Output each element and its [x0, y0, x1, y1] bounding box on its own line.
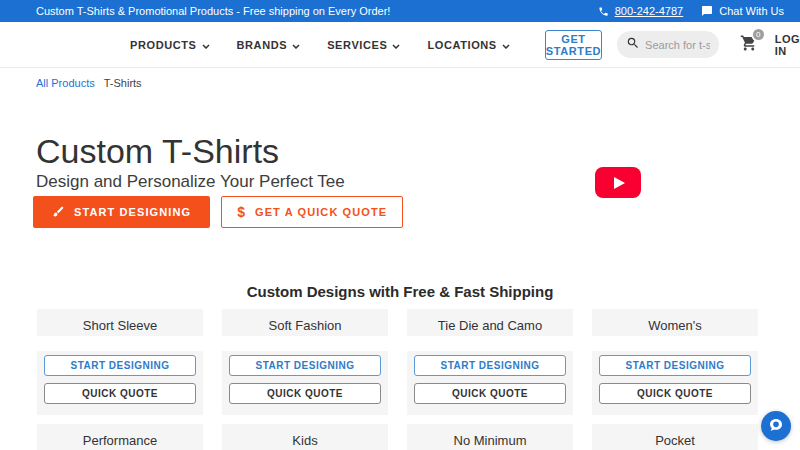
login-button[interactable]: LOG IN: [775, 33, 800, 57]
topbar: Custom T-Shirts & Promotional Products -…: [0, 0, 800, 22]
nav-item-label: BRANDS: [237, 39, 288, 51]
card-performance: Performance: [37, 424, 203, 450]
chevron-down-icon: [392, 39, 400, 51]
card-title: No Minimum: [407, 424, 573, 448]
card-short-sleeve: Short Sleeve START DESIGNING QUICK QUOTE: [37, 309, 203, 415]
card-image-strip: [407, 336, 573, 351]
nav-item-label: LOCATIONS: [427, 39, 496, 51]
hero-subtitle: Design and Personalize Your Perfect Tee: [36, 172, 345, 192]
video-play-button[interactable]: [595, 167, 641, 198]
card-buttons: START DESIGNING QUICK QUOTE: [414, 355, 566, 404]
nav-item-locations[interactable]: LOCATIONS: [427, 39, 509, 51]
card-quick-quote-button[interactable]: QUICK QUOTE: [44, 383, 196, 404]
card-title: Soft Fashion: [222, 309, 388, 333]
card-title: Tie Die and Camo: [407, 309, 573, 333]
cards-row-2: Performance Kids No Minimum Pocket: [37, 424, 758, 450]
card-title: Pocket: [592, 424, 758, 448]
start-designing-button[interactable]: START DESIGNING: [33, 196, 210, 228]
card-image-strip: [592, 336, 758, 351]
play-icon: [614, 177, 625, 189]
hero-buttons: START DESIGNING $ GET A QUICK QUOTE: [33, 196, 403, 228]
card-start-designing-button[interactable]: START DESIGNING: [44, 355, 196, 376]
card-buttons: START DESIGNING QUICK QUOTE: [229, 355, 381, 404]
card-buttons: START DESIGNING QUICK QUOTE: [44, 355, 196, 404]
search-icon: [626, 36, 640, 54]
card-title: Performance: [37, 424, 203, 448]
card-buttons: START DESIGNING QUICK QUOTE: [599, 355, 751, 404]
chevron-down-icon: [202, 39, 210, 51]
card-womens: Women's START DESIGNING QUICK QUOTE: [592, 309, 758, 415]
chat-with-us-link[interactable]: Chat With Us: [719, 5, 784, 17]
topbar-links: 800-242-4787 Chat With Us: [598, 5, 784, 17]
card-tie-die-and-camo: Tie Die and Camo START DESIGNING QUICK Q…: [407, 309, 573, 415]
nav-item-brands[interactable]: BRANDS: [237, 39, 301, 51]
card-title: Short Sleeve: [37, 309, 203, 333]
cards-row-1: Short Sleeve START DESIGNING QUICK QUOTE…: [37, 309, 758, 415]
breadcrumb: All Products T-Shirts: [36, 77, 142, 89]
nav-item-label: PRODUCTS: [130, 39, 197, 51]
dollar-icon: $: [237, 204, 246, 220]
search-input[interactable]: [645, 39, 710, 51]
cart-button[interactable]: 0: [740, 34, 758, 56]
chat-icon: [701, 5, 713, 17]
card-quick-quote-button[interactable]: QUICK QUOTE: [414, 383, 566, 404]
card-title: Women's: [592, 309, 758, 333]
chevron-down-icon: [292, 39, 300, 51]
section-heading: Custom Designs with Free & Fast Shipping: [0, 283, 800, 300]
page-title: Custom T-Shirts: [36, 132, 279, 171]
chat-fab-button[interactable]: [761, 411, 791, 441]
breadcrumb-all-products[interactable]: All Products: [36, 77, 95, 89]
card-image-strip: [222, 336, 388, 351]
card-kids: Kids: [222, 424, 388, 450]
nav-item-services[interactable]: SERVICES: [327, 39, 400, 51]
card-start-designing-button[interactable]: START DESIGNING: [414, 355, 566, 376]
card-image-strip: [37, 336, 203, 351]
promo-text: Custom T-Shirts & Promotional Products -…: [36, 5, 390, 17]
chat-bubble-icon: [768, 417, 784, 436]
card-quick-quote-button[interactable]: QUICK QUOTE: [599, 383, 751, 404]
nav-item-products[interactable]: PRODUCTS: [130, 39, 210, 51]
breadcrumb-current: T-Shirts: [104, 77, 142, 89]
card-start-designing-button[interactable]: START DESIGNING: [599, 355, 751, 376]
card-soft-fashion: Soft Fashion START DESIGNING QUICK QUOTE: [222, 309, 388, 415]
card-quick-quote-button[interactable]: QUICK QUOTE: [229, 383, 381, 404]
card-no-minimum: No Minimum: [407, 424, 573, 450]
get-started-button[interactable]: GET STARTED: [545, 30, 602, 60]
search-bar[interactable]: [617, 31, 719, 58]
start-designing-label: START DESIGNING: [74, 206, 191, 218]
brush-icon: [52, 205, 65, 220]
card-pocket: Pocket: [592, 424, 758, 450]
chevron-down-icon: [502, 39, 510, 51]
card-start-designing-button[interactable]: START DESIGNING: [229, 355, 381, 376]
cart-count-badge: 0: [751, 27, 766, 42]
quick-quote-button[interactable]: $ GET A QUICK QUOTE: [221, 196, 403, 228]
quick-quote-label: GET A QUICK QUOTE: [255, 206, 387, 218]
card-title: Kids: [222, 424, 388, 448]
page: Custom T-Shirts & Promotional Products -…: [0, 0, 800, 450]
nav-item-label: SERVICES: [327, 39, 387, 51]
main-nav: PRODUCTS BRANDS SERVICES LOCATIONS GET S…: [0, 22, 800, 68]
phone-link[interactable]: 800-242-4787: [615, 5, 684, 17]
phone-icon: [598, 6, 609, 17]
